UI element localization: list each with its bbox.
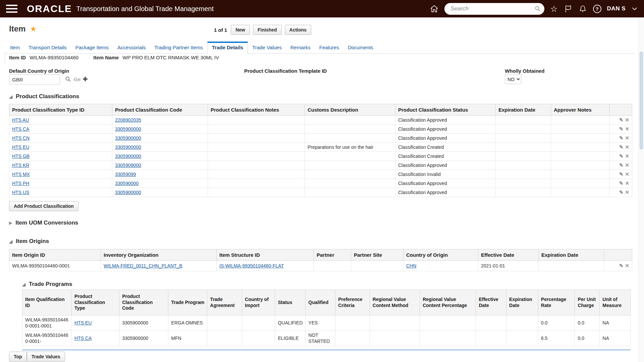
section-product-classifications[interactable]: ◢ Product Classifications	[9, 93, 79, 100]
search-input[interactable]	[450, 5, 534, 12]
vertical-scrollbar[interactable]	[638, 17, 644, 362]
delete-icon[interactable]: ✕	[625, 180, 629, 186]
classification-code-link[interactable]: 330590000	[115, 181, 139, 186]
col-item-qualification-id: Item Qualification ID	[22, 290, 72, 315]
inventory-organization-link[interactable]: WILMA-FRED_0011_CHN_PLANT_B	[104, 263, 182, 268]
col-expiration-date: Expiration Date	[506, 290, 538, 315]
classification-code-link[interactable]: 3305909000	[115, 163, 141, 168]
lookup-icon[interactable]	[65, 76, 71, 82]
edit-icon[interactable]: ✎	[619, 144, 624, 150]
delete-icon[interactable]: ✕	[625, 162, 629, 168]
help-icon[interactable]: ?	[593, 5, 601, 13]
col-partner: Partner	[314, 249, 351, 261]
edit-icon[interactable]: ✎	[619, 135, 624, 141]
section-trade-programs[interactable]: ◢ Trade Programs	[22, 281, 72, 288]
table-row: HTS EU 3305900000 Preparations for use o…	[9, 143, 632, 152]
classification-type-link[interactable]: HTS MX	[12, 172, 30, 177]
add-product-classification-button[interactable]: Add Product Classification	[9, 201, 78, 211]
tab-transport-details[interactable]: Transport Details	[24, 42, 71, 53]
classification-type-link[interactable]: HTS GB	[12, 154, 30, 159]
new-button[interactable]: New	[231, 25, 250, 35]
delete-icon[interactable]: ✕	[625, 171, 629, 177]
top-button[interactable]: Top	[9, 352, 27, 362]
edit-icon[interactable]: ✎	[619, 117, 624, 123]
section-item-uom-conversions[interactable]: ▶ Item UOM Conversions	[9, 220, 78, 226]
classification-type-link[interactable]: HTS EU	[74, 320, 92, 325]
delete-icon[interactable]: ✕	[625, 263, 629, 268]
edit-icon[interactable]: ✎	[619, 162, 624, 168]
wholly-obtained-select[interactable]: NO	[505, 74, 521, 84]
classification-type-link[interactable]: HTS KR	[12, 163, 29, 168]
finished-button[interactable]: Finished	[253, 25, 282, 35]
delete-icon[interactable]: ✕	[625, 189, 629, 195]
classification-type-link[interactable]: HTS CA	[12, 126, 29, 132]
trade-values-button[interactable]: Trade Values	[27, 352, 65, 362]
tab-accessorials[interactable]: Accessorials	[113, 42, 150, 53]
classification-code-link[interactable]: 3305900000	[115, 144, 141, 150]
classification-type-link[interactable]: HTS CA	[74, 336, 92, 341]
table-row: HTS KR 3305909000 Classification Approve…	[9, 161, 632, 170]
hamburger-menu-icon[interactable]	[6, 5, 17, 13]
classification-code-link[interactable]: 3305900000	[115, 126, 141, 132]
tab-trading-partner-items[interactable]: Trading Partner Items	[150, 42, 207, 53]
edit-icon[interactable]: ✎	[619, 126, 624, 132]
scrollbar-thumb[interactable]	[640, 52, 643, 149]
tab-package-items[interactable]: Package Items	[71, 42, 113, 53]
item-info-strip: Item ID WILMA-99350104460 Item Name WP P…	[9, 55, 219, 60]
tab-features[interactable]: Features	[315, 42, 343, 53]
actions-button[interactable]: Actions	[285, 25, 311, 35]
favorites-star-icon[interactable]: ☆	[550, 5, 557, 13]
country-of-origin-input[interactable]	[9, 74, 60, 84]
edit-icon[interactable]: ✎	[619, 153, 624, 159]
country-link[interactable]: CHN	[406, 263, 416, 268]
section-item-origins[interactable]: ◢ Item Origins	[9, 238, 49, 245]
section-title: Item Origins	[16, 238, 49, 245]
col-unit-of-measure: Unit of Measure	[600, 290, 631, 315]
item-name-value: WP PRO ELM OTC RNMASK WE 30ML IV	[122, 55, 219, 60]
tab-documents[interactable]: Documents	[343, 42, 378, 53]
edit-icon[interactable]: ✎	[619, 180, 624, 186]
edit-icon[interactable]: ✎	[619, 263, 624, 268]
table-row: HTS US 3305900000 Classification Approve…	[9, 188, 632, 197]
edit-icon[interactable]: ✎	[619, 171, 624, 177]
table-row: WILMA-99350104460-0001-0001 HTS EU 33059…	[22, 315, 631, 331]
home-icon[interactable]	[430, 4, 439, 13]
col-trade-agreement: Trade Agreement	[207, 290, 242, 315]
delete-icon[interactable]: ✕	[625, 153, 629, 159]
expand-triangle-icon: ▶	[9, 221, 12, 225]
classification-type-link[interactable]: HTS EU	[12, 144, 29, 150]
chevron-down-icon[interactable]	[631, 5, 638, 12]
classification-template-label: Product Classification Template ID	[244, 68, 327, 74]
user-menu-label[interactable]: DAN S	[607, 5, 626, 12]
classification-code-link[interactable]: 3305900000	[115, 135, 141, 141]
classification-code-link[interactable]: 2208902035	[115, 117, 141, 123]
item-structure-link[interactable]: IS-WILMA-99350104460-FLAT	[219, 263, 284, 268]
trade-programs-table: Item Qualification ID Product Classifica…	[22, 290, 631, 350]
delete-icon[interactable]: ✕	[625, 135, 629, 141]
favorite-item-star-icon[interactable]: ★	[30, 25, 36, 32]
classification-type-link[interactable]: HTS AU	[12, 117, 29, 123]
item-id-label: Item ID	[9, 55, 26, 60]
search-icon[interactable]	[534, 5, 541, 12]
classification-code-link[interactable]: 33059099	[115, 172, 136, 177]
classification-type-link[interactable]: HTS CN	[12, 135, 30, 141]
classification-code-link[interactable]: 3305900000	[115, 154, 141, 159]
go-button-disabled: Go	[74, 76, 80, 82]
classification-type-link[interactable]: HTS US	[12, 190, 29, 195]
classification-code-link[interactable]: 3305900000	[115, 190, 141, 195]
delete-icon[interactable]: ✕	[625, 117, 629, 123]
delete-icon[interactable]: ✕	[625, 126, 629, 132]
classification-type-link[interactable]: HTS PH	[12, 181, 29, 186]
tab-trade-values[interactable]: Trade Values	[248, 42, 286, 53]
notifications-bell-icon[interactable]	[578, 4, 587, 13]
flag-icon[interactable]	[564, 4, 573, 13]
delete-icon[interactable]: ✕	[625, 144, 629, 150]
col-item-origin-id: Item Origin ID	[9, 249, 101, 261]
col-percentage-rate: Percentage Rate	[538, 290, 575, 315]
section-title: Item UOM Conversions	[15, 220, 78, 226]
add-icon[interactable]: ✚	[83, 76, 88, 82]
tab-remarks[interactable]: Remarks	[286, 42, 315, 53]
tab-item[interactable]: Item	[6, 42, 24, 53]
tab-trade-details[interactable]: Trade Details	[207, 42, 248, 54]
edit-icon[interactable]: ✎	[619, 189, 624, 195]
